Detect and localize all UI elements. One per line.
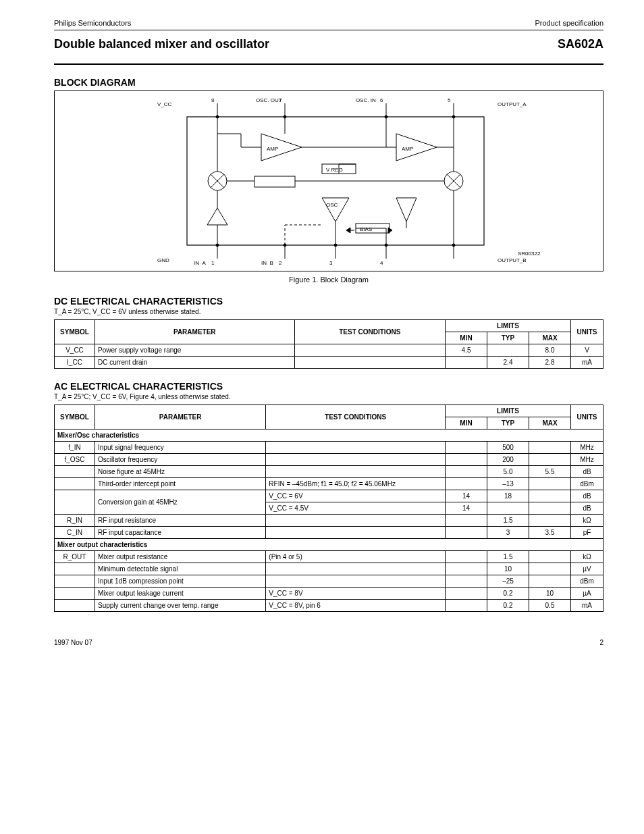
pin-4-label: 5 bbox=[448, 97, 451, 103]
table-row: Noise figure at 45MHz5.05.5dB bbox=[55, 466, 603, 478]
svg-marker-35 bbox=[207, 208, 227, 225]
ac-col-limits: LIMITS bbox=[446, 405, 571, 417]
company-name: Philips Semiconductors bbox=[54, 19, 131, 27]
ac-table: SYMBOL PARAMETER TEST CONDITIONS LIMITS … bbox=[54, 405, 603, 612]
table-section-row: Mixer output characteristics bbox=[55, 539, 603, 551]
svg-rect-31 bbox=[254, 176, 295, 187]
ac-col-parameter: PARAMETER bbox=[95, 405, 266, 429]
dc-col-parameter: PARAMETER bbox=[95, 320, 295, 344]
pin-3-label: 6 bbox=[380, 97, 383, 103]
svg-marker-58 bbox=[388, 228, 392, 233]
dc-col-tc: TEST CONDITIONS bbox=[294, 320, 445, 344]
amp-label-1: AMP bbox=[267, 146, 278, 152]
dc-col-units: UNITS bbox=[571, 320, 603, 344]
svg-marker-36 bbox=[396, 198, 417, 221]
table-row: C_INRF input capacitance33.5pF bbox=[55, 527, 603, 539]
svg-text:4: 4 bbox=[380, 260, 383, 265]
svg-marker-57 bbox=[346, 228, 350, 233]
pin-1-label: 8 bbox=[211, 97, 215, 103]
in-a-label: IN_A bbox=[194, 260, 206, 265]
block-diagram-heading: BLOCK DIAGRAM bbox=[54, 77, 603, 88]
table-row: R_INRF input resistance1.5kΩ bbox=[55, 515, 603, 527]
table-row: f_OSCOscillator frequency200MHz bbox=[55, 454, 603, 466]
bias-label: BIAS bbox=[360, 226, 372, 232]
osc-in-label: OSC. IN bbox=[356, 97, 376, 103]
table-row: Minimum detectable signal10µV bbox=[55, 563, 603, 575]
table-row: I_CCDC current drain2.42.8mA bbox=[55, 357, 603, 369]
svg-text:1: 1 bbox=[211, 260, 215, 265]
in-b-label: IN_B bbox=[261, 260, 273, 265]
ac-col-symbol: SYMBOL bbox=[55, 405, 95, 429]
table-row: Supply current change over temp. rangeV_… bbox=[55, 600, 603, 612]
dc-conditions: T_A = 25°C, V_CC = 6V unless otherwise s… bbox=[54, 308, 603, 315]
ac-col-typ: TYP bbox=[487, 417, 529, 429]
table-row: Third-order intercept pointRFIN = –45dBm… bbox=[55, 478, 603, 490]
table-row: Input 1dB compression point–25dBm bbox=[55, 575, 603, 588]
ac-heading: AC ELECTRICAL CHARACTERISTICS bbox=[54, 381, 603, 392]
footer-page: 2 bbox=[599, 639, 603, 646]
doc-title-left: Double balanced mixer and oscillator bbox=[54, 37, 269, 51]
footer-date: 1997 Nov 07 bbox=[54, 639, 92, 646]
table-row: Mixer output leakage currentV_CC = 8V0.2… bbox=[55, 588, 603, 600]
dc-col-limits: LIMITS bbox=[446, 320, 571, 332]
doc-title-right: SA602A bbox=[558, 37, 603, 51]
doc-type: Product specification bbox=[535, 19, 604, 27]
dc-table: SYMBOL PARAMETER TEST CONDITIONS LIMITS … bbox=[54, 319, 603, 369]
vreg-label: V REG bbox=[326, 167, 343, 173]
ac-col-max: MAX bbox=[529, 417, 571, 429]
dc-col-min: MIN bbox=[446, 332, 487, 344]
block-diagram-box: 8 7 6 5 1 2 3 4 V_CC OUTPUT_A OUTPUT_B G… bbox=[54, 90, 603, 271]
table-section-row: Mixer/Osc characteristics bbox=[55, 429, 603, 442]
ac-conditions: T_A = 25°C; V_CC = 6V, Figure 4, unless … bbox=[54, 393, 603, 400]
dc-heading: DC ELECTRICAL CHARACTERISTICS bbox=[54, 296, 603, 307]
dc-col-typ: TYP bbox=[487, 332, 529, 344]
ac-col-min: MIN bbox=[446, 417, 487, 429]
gnd-label: GND bbox=[157, 257, 169, 263]
dc-col-symbol: SYMBOL bbox=[55, 320, 95, 344]
figure-caption: Figure 1. Block Diagram bbox=[54, 276, 603, 284]
svg-text:3: 3 bbox=[329, 260, 333, 265]
osc-label: OSC bbox=[326, 202, 338, 208]
diagram-code: SR00322 bbox=[518, 251, 541, 257]
table-row: R_OUTMixer output resistance(Pin 4 or 5)… bbox=[55, 551, 603, 563]
vcc-label: V_CC bbox=[157, 101, 172, 107]
dc-col-max: MAX bbox=[529, 332, 571, 344]
ac-col-tc: TEST CONDITIONS bbox=[266, 405, 446, 429]
output-b-label: OUTPUT_B bbox=[498, 257, 527, 263]
osc-out-label: OSC. OUT bbox=[256, 97, 282, 103]
block-diagram-svg: 8 7 6 5 1 2 3 4 V_CC OUTPUT_A OUTPUT_B G… bbox=[86, 97, 572, 265]
output-a-label: OUTPUT_A bbox=[498, 101, 527, 107]
amp-label-2: AMP bbox=[402, 146, 413, 152]
svg-text:2: 2 bbox=[279, 260, 282, 265]
ac-col-units: UNITS bbox=[571, 405, 603, 429]
table-row: V_CCPower supply voltage range4.58.0V bbox=[55, 344, 603, 357]
table-row: f_INInput signal frequency500MHz bbox=[55, 442, 603, 454]
table-row: Conversion gain at 45MHzV_CC = 6V1418dB bbox=[55, 490, 603, 502]
